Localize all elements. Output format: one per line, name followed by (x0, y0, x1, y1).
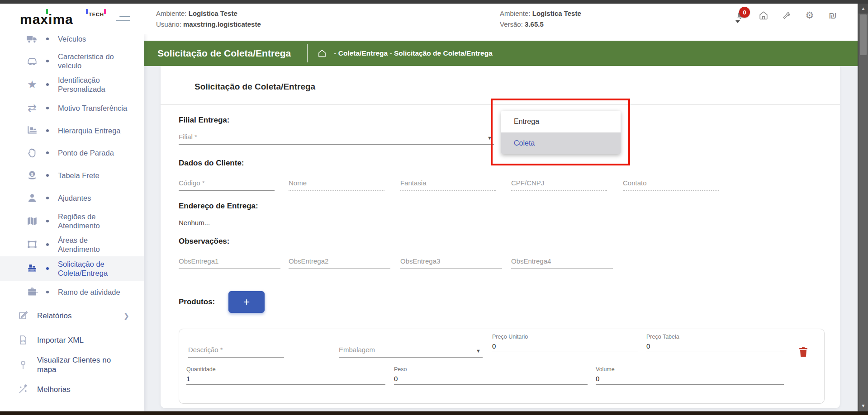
preco-tabela-field[interactable]: Preço Tabela 0 (646, 334, 784, 352)
bell-caret-icon (735, 20, 740, 23)
preco-unitario-value: 0 (492, 340, 638, 352)
map-pin-icon (17, 359, 29, 371)
cpf-cnpj-field[interactable]: CPF/CNPJ (511, 179, 607, 191)
obs-entrega4-field[interactable]: ObsEntrega4 (511, 257, 613, 269)
embalagem-placeholder: Embalagem (339, 336, 483, 357)
sidebar-item-tabela-frete[interactable]: $ Tabela Frete (0, 164, 144, 187)
contato-placeholder: Contato (623, 179, 719, 190)
scrollbar-thumb[interactable] (860, 14, 867, 55)
sidebar-group-label: Importar XML (37, 335, 128, 345)
form-divider (161, 104, 840, 105)
bullet-dot (46, 267, 49, 270)
preco-unitario-field[interactable]: Preço Unitario 0 (492, 334, 638, 352)
sidebar-item-label: Ajudantes (58, 193, 130, 203)
header-divider (307, 44, 308, 62)
sidebar-item-ramo-atividade[interactable]: Ramo de atividade (0, 281, 144, 303)
bullet-dot (46, 243, 49, 246)
endereco-entrega-heading: Endereço de Entrega: (179, 202, 258, 211)
bullet-dot (46, 83, 49, 86)
nome-field[interactable]: Nome (289, 179, 384, 191)
usuario-label: Usuário: (156, 20, 181, 28)
quantidade-value: 1 (186, 373, 385, 384)
product-row-card: Descrição * Embalagem ▼ Preço Unitario 0… (179, 329, 825, 404)
maximatech-logo: maxima TECH (20, 10, 110, 29)
chevron-down-icon: ▼ (487, 135, 492, 141)
sidebar-item-label: Hierarquia Entrega (58, 126, 130, 135)
sidebar-item-label: Áreas de Atendimento (58, 236, 130, 254)
bullet-dot (46, 197, 49, 199)
embalagem-select[interactable]: Embalagem ▼ (339, 336, 483, 358)
header-icon-bar: 0 ⚙ ₪ (735, 6, 839, 24)
form-title: Solicitação de Coleta/Entrega (194, 82, 315, 92)
area-frame-icon (26, 239, 38, 250)
quantidade-field[interactable]: Quantidade 1 (186, 366, 385, 385)
codigo-field[interactable]: Código * (179, 179, 275, 191)
chevron-down-icon: ▼ (476, 348, 481, 354)
peso-field[interactable]: Peso 0 (394, 366, 588, 385)
sidebar-item-identificacao-personalizada[interactable]: ★ Identificação Personalizada (0, 73, 144, 96)
sidebar-item-solicitacao-coleta-entrega[interactable]: Solicitação de Coleta/Entrega (0, 256, 144, 281)
sidebar-group-visualizar-clientes-mapa[interactable]: Visualizar Clientes no mapa (0, 352, 144, 377)
form-card: Solicitação de Coleta/Entrega Filial Ent… (161, 66, 840, 408)
sidebar-item-label: Caracteristica do veículo (58, 52, 130, 70)
ambiente-label: Ambiente: (156, 9, 187, 17)
menu-toggle-icon[interactable] (116, 15, 130, 24)
sidebar-group-importar-xml[interactable]: </> Importar XML (0, 328, 144, 352)
sidebar-item-label: Regiões de Atendimento (58, 212, 130, 230)
filial-select[interactable]: Filial * ▼ (179, 133, 494, 145)
sidebar-item-hierarquia-entrega[interactable]: Hierarquia Entrega (0, 120, 144, 141)
money-coin-icon: $ (26, 170, 38, 181)
dropdown-option-entrega[interactable]: Entrega (501, 111, 621, 132)
hand-truck-icon (26, 125, 38, 137)
sidebar-item-regioes-atendimento[interactable]: Regiões de Atendimento (0, 209, 144, 233)
scrollbar-up-arrow-icon[interactable]: ▲ (859, 4, 868, 14)
currency-shekel-icon[interactable]: ₪ (827, 9, 839, 21)
versao-value: 3.65.5 (525, 20, 544, 28)
sidebar-item-label: Solicitação de Coleta/Entrega (58, 259, 130, 278)
preco-unitario-label: Preço Unitario (492, 334, 638, 340)
fantasia-field[interactable]: Fantasia (400, 179, 496, 191)
obs-entrega3-field[interactable]: ObsEntrega3 (400, 257, 502, 269)
app-header: maxima TECH Ambiente: Logística Teste Us… (0, 4, 858, 34)
add-product-button[interactable]: + (228, 291, 265, 313)
logo-tick-pink (104, 9, 106, 14)
vertical-scrollbar[interactable]: ▲ ▼ (858, 4, 868, 411)
bullet-dot (46, 38, 49, 40)
sidebar-group-melhorias[interactable]: Melhorias (0, 377, 144, 401)
sidebar-item-ajudantes[interactable]: Ajudantes (0, 187, 144, 209)
sidebar-group-relatorios[interactable]: Relatórios ❯ (0, 303, 144, 328)
sidebar-item-caracteristica-veiculo[interactable]: Caracteristica do veículo (0, 49, 144, 73)
delete-product-trash-icon[interactable] (798, 345, 810, 358)
obs-entrega1-field[interactable]: ObsEntrega1 (179, 257, 280, 269)
pallet-boxes-icon (26, 263, 38, 274)
sidebar-item-label: Tabela Frete (58, 171, 130, 180)
fantasia-placeholder: Fantasia (400, 179, 496, 190)
filial-entrega-heading: Filial Entrega: (179, 116, 229, 125)
scrollbar-down-arrow-icon[interactable]: ▼ (859, 401, 868, 410)
settings-gear-icon[interactable]: ⚙ (804, 9, 816, 21)
sidebar-item-veiculos[interactable]: Veículos (0, 34, 144, 49)
home-icon[interactable] (758, 9, 769, 21)
tipo-solicitacao-dropdown: Entrega Coleta (501, 111, 621, 154)
descricao-field[interactable]: Descrição * (188, 336, 284, 358)
volume-field[interactable]: Volume 0 (596, 366, 784, 385)
sidebar-item-areas-atendimento[interactable]: Áreas de Atendimento (0, 233, 144, 256)
magic-wand-icon (17, 383, 29, 395)
obs-entrega2-field[interactable]: ObsEntrega2 (289, 257, 390, 269)
contato-field[interactable]: Contato (623, 179, 719, 191)
xml-file-icon: </> (17, 334, 29, 346)
sidebar-item-label: Ponto de Parada (58, 148, 130, 157)
transfer-arrows-icon: ⇄ (26, 102, 38, 114)
sidebar-item-motivo-transferencia[interactable]: ⇄ Motivo Transferência (0, 96, 144, 120)
notifications-bell-icon[interactable]: 0 (735, 9, 746, 21)
usuario-value: maxstring.logisticateste (183, 20, 261, 28)
truck-icon (26, 34, 38, 45)
svg-text:$: $ (31, 172, 33, 177)
breadcrumb-home-icon[interactable] (318, 49, 327, 58)
codigo-placeholder: Código * (179, 179, 275, 190)
sidebar-item-ponto-de-parada[interactable]: Ponto de Parada (0, 141, 144, 164)
bullet-dot (46, 107, 49, 109)
bullet-dot (46, 151, 49, 154)
dropdown-option-coleta[interactable]: Coleta (501, 132, 621, 154)
tools-wrench-icon[interactable] (781, 9, 792, 21)
